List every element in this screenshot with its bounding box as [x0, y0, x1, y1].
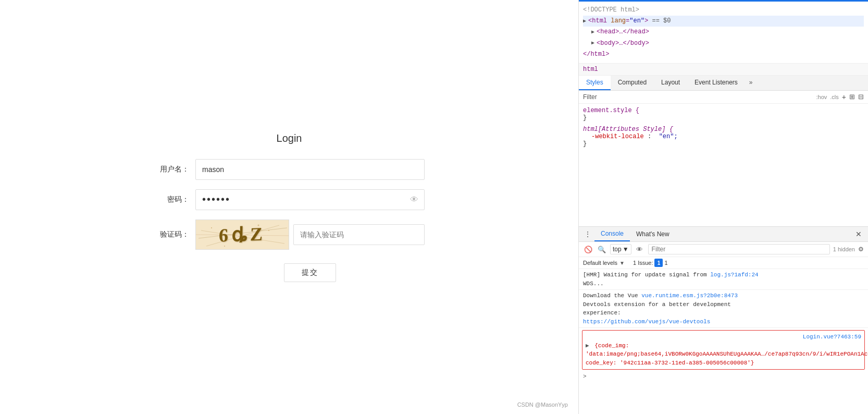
devtools-panel: <!DOCTYPE html> ▶ <html lang = "en" > ==…: [578, 0, 868, 414]
filter-icon-1[interactable]: ⊞: [849, 93, 855, 101]
tab-styles[interactable]: Styles: [579, 76, 611, 90]
filter-hov[interactable]: :hov: [816, 94, 827, 100]
inspector-tabs: Styles Computed Layout Event Listeners »: [579, 76, 868, 91]
console-dots[interactable]: ⋮: [581, 227, 594, 241]
close-html-tag: </html>: [583, 50, 609, 59]
issue-badge: 1 Issue: 1 1: [633, 259, 668, 267]
style-selector-html: html[Attributes Style] {: [583, 126, 864, 133]
login-title: Login: [277, 132, 302, 144]
html-arrow[interactable]: ▶: [583, 17, 586, 26]
captcha-label: 验证码：: [154, 230, 195, 239]
password-input[interactable]: [195, 189, 425, 210]
tab-layout[interactable]: Layout: [654, 76, 687, 90]
vue-text-2: Devtools extension for a better developm…: [583, 301, 731, 308]
username-label: 用户名：: [154, 165, 195, 174]
html-tag: <html: [588, 16, 607, 26]
vue-text-1: Download the Vue: [583, 293, 641, 299]
password-wrapper: 👁: [195, 189, 425, 210]
head-line[interactable]: ▶ <head>…</head>: [583, 27, 864, 38]
username-row: 用户名：: [154, 159, 425, 180]
html-lang-attr: lang: [611, 16, 626, 26]
styles-filter-input[interactable]: [600, 93, 813, 101]
tab-event-listeners[interactable]: Event Listeners: [687, 76, 745, 90]
top-dropdown-arrow: ▼: [623, 246, 629, 253]
body-line[interactable]: ▶ <body>…</body>: [583, 38, 864, 49]
vue-runtime-link[interactable]: vue.runtime.esm.js?2b0e:8473: [641, 293, 738, 299]
style-block-element: element.style { }: [583, 107, 864, 121]
console-tabs: ⋮ Console What's New ✕: [579, 227, 868, 242]
style-selector-element: element.style {: [583, 107, 864, 114]
prompt-arrow: >: [583, 373, 587, 380]
vue-text-3: experience:: [583, 310, 621, 316]
wds-text: WDS...: [583, 281, 604, 287]
selected-element-text: html: [583, 66, 598, 73]
submit-button[interactable]: 提交: [284, 263, 336, 282]
settings-icon[interactable]: ⚙: [858, 246, 864, 253]
error-content: ▶ {code_img: 'data:image/png;base64,iVBO…: [586, 342, 861, 368]
console-levels-row: Default levels ▼ 1 Issue: 1 1: [579, 257, 868, 269]
console-toolbar: 🚫 🔍 top ▼ 👁 1 hidden ⚙: [579, 242, 868, 257]
head-tag: <head>…</head>: [597, 27, 649, 37]
clear-button[interactable]: 🚫: [583, 244, 593, 254]
issue-icon[interactable]: 1: [654, 259, 663, 267]
top-selector[interactable]: top ▼: [610, 244, 631, 254]
vue-devtools-message: Download the Vue vue.runtime.esm.js?2b0e…: [579, 290, 868, 328]
error-text: {code_img: 'data:image/png;base64,iVBORw…: [586, 343, 868, 366]
style-block-html: html[Attributes Style] { -webkit-locale …: [583, 126, 864, 148]
filter-toggle[interactable]: 🔍: [597, 244, 607, 254]
html-line[interactable]: ▶ <html lang = "en" > == $0: [583, 16, 864, 27]
dollar-zero: == $0: [652, 16, 671, 26]
progress-bar: [579, 0, 868, 2]
default-levels[interactable]: Default levels: [583, 260, 617, 266]
styles-filter-row: Filter :hov .cls + ⊞ ⊟: [579, 91, 868, 104]
captcha-input[interactable]: [293, 224, 425, 245]
error-block: Login.vue?7463:59 ▶ {code_img: 'data:ima…: [582, 330, 865, 370]
filter-cls[interactable]: .cls: [830, 94, 839, 100]
console-filter-input[interactable]: [648, 244, 830, 254]
body-arrow[interactable]: ▶: [591, 39, 594, 47]
eye-icon[interactable]: 👁: [410, 195, 418, 204]
hmr-text: [HMR] Waiting for update signal from: [583, 272, 710, 278]
doctype-comment: <!DOCTYPE html>: [583, 5, 639, 15]
head-arrow[interactable]: ▶: [591, 28, 594, 36]
tab-console[interactable]: Console: [594, 227, 630, 241]
password-row: 密码： 👁: [154, 189, 425, 210]
log-js-link[interactable]: log.js?1afd:24: [710, 272, 758, 278]
credit: CSDN @MasonYyp: [517, 401, 568, 408]
filter-label: Filter: [583, 93, 597, 101]
filter-icon-2[interactable]: ⊟: [858, 93, 864, 101]
body-tag: <body>…</body>: [597, 39, 649, 48]
styles-content: element.style { } html[Attributes Style]…: [579, 104, 868, 226]
username-input[interactable]: [195, 159, 425, 180]
tab-computed[interactable]: Computed: [611, 76, 654, 90]
vue-devtools-link[interactable]: https://github.com/vuejs/vue-devtools: [583, 319, 710, 325]
levels-arrow[interactable]: ▼: [619, 260, 625, 266]
style-close-html: }: [583, 140, 864, 148]
close-html-line: </html>: [583, 49, 864, 60]
captcha-display: 6ȡZ: [219, 223, 266, 246]
doctype-line: <!DOCTYPE html>: [583, 5, 864, 16]
issue-count-text: 1: [664, 260, 667, 266]
style-close-element: }: [583, 114, 864, 121]
svg-point-6: [268, 230, 269, 231]
style-prop-webkit: -webkit-locale : "en";: [583, 133, 864, 140]
captcha-image[interactable]: 6ȡZ: [195, 220, 289, 250]
svg-point-4: [211, 227, 212, 228]
eye-button[interactable]: 👁: [635, 244, 645, 254]
top-label: top: [613, 246, 622, 253]
selected-element: html: [579, 64, 868, 76]
error-arrow[interactable]: ▶: [586, 343, 589, 349]
login-panel: Login 用户名： 密码： 👁 验证码：: [0, 0, 578, 414]
login-vue-link[interactable]: Login.vue?7463:59: [803, 334, 861, 340]
progress-indicator: [579, 0, 738, 2]
hmr-message: [HMR] Waiting for update signal from log…: [579, 269, 868, 290]
tab-more[interactable]: »: [745, 76, 757, 90]
dom-tree: <!DOCTYPE html> ▶ <html lang = "en" > ==…: [579, 2, 868, 64]
console-close[interactable]: ✕: [851, 228, 866, 240]
console-messages: [HMR] Waiting for update signal from log…: [579, 269, 868, 414]
filter-plus[interactable]: +: [842, 93, 846, 101]
tab-whats-new[interactable]: What's New: [630, 227, 676, 241]
submit-row: 提交: [175, 263, 445, 282]
styles-panel: Filter :hov .cls + ⊞ ⊟ element.style { }…: [579, 91, 868, 226]
console-area: ⋮ Console What's New ✕ 🚫 🔍 top ▼ 👁 1 hid…: [579, 226, 868, 414]
